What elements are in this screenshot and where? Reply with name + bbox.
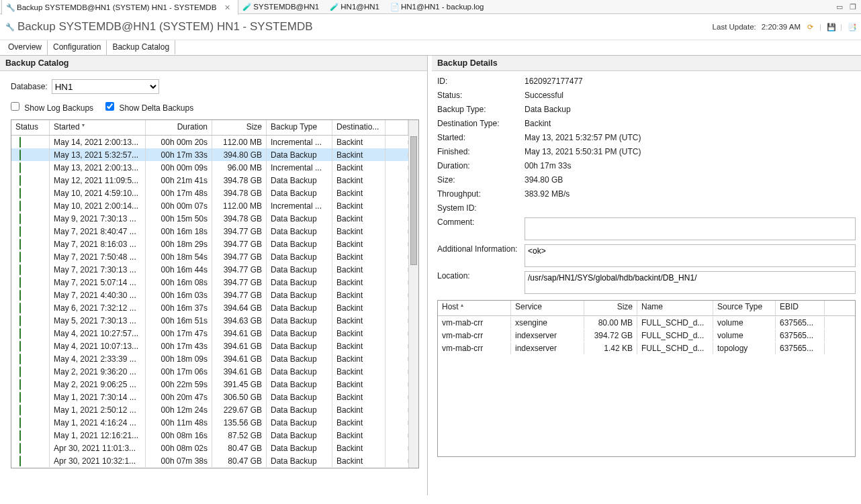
editor-tab[interactable]: 🧪SYSTEMDB@HN1 xyxy=(238,0,326,14)
status-dot-icon xyxy=(19,430,21,441)
page-title: Backup SYSTEMDB@HN1 (SYSTEM) HN1 - SYSTE… xyxy=(17,20,313,34)
type-value: Data Backup xyxy=(525,105,856,114)
status-dot-icon xyxy=(19,162,21,173)
database-select[interactable]: HN1 xyxy=(52,79,159,94)
table-row[interactable]: May 7, 2021 8:16:03 ...00h 18m 29s394.77… xyxy=(11,238,408,250)
tab-icon: 🧪 xyxy=(330,3,338,11)
thr-value: 383.92 MB/s xyxy=(525,189,856,199)
col-destination[interactable]: Destinatio... xyxy=(332,120,386,135)
sub-tab[interactable]: Configuration xyxy=(48,40,107,55)
table-row[interactable]: May 7, 2021 7:30:13 ...00h 16m 44s394.77… xyxy=(11,263,408,276)
status-dot-icon xyxy=(19,264,21,275)
table-row[interactable]: May 4, 2021 2:33:39 ...00h 18m 09s394.61… xyxy=(11,352,408,365)
table-row[interactable]: May 2, 2021 9:36:20 ...00h 17m 06s394.61… xyxy=(11,365,408,378)
table-row[interactable]: May 10, 2021 2:00:14...00h 00m 07s112.00… xyxy=(11,199,408,212)
service-grid[interactable]: Host ▴ Service Size Name Source Type EBI… xyxy=(437,300,856,457)
comment-field[interactable] xyxy=(525,217,856,240)
refresh-icon[interactable]: ⟳ xyxy=(806,23,814,31)
table-row[interactable]: vm-mab-crrindexserver394.72 GBFULL_SCHD_… xyxy=(438,329,855,342)
maximize-icon[interactable]: ❐ xyxy=(849,3,857,11)
table-row[interactable]: May 14, 2021 2:00:13...00h 00m 20s112.00… xyxy=(11,136,408,148)
svc-col-service[interactable]: Service xyxy=(511,301,584,315)
table-row[interactable]: May 10, 2021 4:59:10...00h 17m 48s394.78… xyxy=(11,187,408,199)
save-icon[interactable]: 💾 xyxy=(827,23,835,31)
col-duration[interactable]: Duration xyxy=(146,120,212,135)
close-icon[interactable]: ✕ xyxy=(223,3,231,11)
show-log-checkbox[interactable]: Show Log Backups xyxy=(11,102,93,113)
table-row[interactable]: vm-mab-crrindexserver1.42 KBFULL_SCHD_d.… xyxy=(438,342,855,354)
table-row[interactable]: May 1, 2021 4:16:24 ...00h 11m 48s135.56… xyxy=(11,416,408,429)
table-row[interactable]: May 1, 2021 7:30:14 ...00h 20m 47s306.50… xyxy=(11,391,408,403)
svc-col-size[interactable]: Size xyxy=(584,301,637,315)
status-dot-icon xyxy=(19,405,21,415)
editor-tab[interactable]: 🔧Backup SYSTEMDB@HN1 (SYSTEM) HN1 - SYST… xyxy=(1,0,238,15)
status-dot-icon xyxy=(19,137,21,148)
last-update-label: Last Update: xyxy=(713,23,756,31)
status-dot-icon xyxy=(19,354,21,364)
editor-tab[interactable]: 📄HN1@HN1 - backup.log xyxy=(386,0,491,14)
svc-col-srctype[interactable]: Source Type xyxy=(713,301,776,315)
table-row[interactable]: May 7, 2021 8:40:47 ...00h 16m 18s394.77… xyxy=(11,225,408,238)
svc-col-host[interactable]: Host ▴ xyxy=(438,301,511,315)
sub-tab[interactable]: Overview xyxy=(3,40,48,55)
status-dot-icon xyxy=(19,239,21,250)
status-dot-icon xyxy=(19,277,21,288)
start-value: May 13, 2021 5:32:57 PM (UTC) xyxy=(525,133,856,142)
status-value: Successful xyxy=(525,91,856,100)
backup-icon: 🔧 xyxy=(5,23,13,31)
table-row[interactable]: May 9, 2021 7:30:13 ...00h 15m 50s394.78… xyxy=(11,212,408,225)
sub-tab[interactable]: Backup Catalog xyxy=(107,40,175,55)
fin-value: May 13, 2021 5:50:31 PM (UTC) xyxy=(525,147,856,156)
status-label: Status: xyxy=(437,91,525,100)
catalog-grid[interactable]: Status Started ▾ Duration Size Backup Ty… xyxy=(11,119,419,468)
table-row[interactable]: vm-mab-crrxsengine80.00 MBFULL_SCHD_d...… xyxy=(438,316,855,329)
col-size[interactable]: Size xyxy=(212,120,267,135)
page-title-bar: 🔧 Backup SYSTEMDB@HN1 (SYSTEM) HN1 - SYS… xyxy=(0,14,861,40)
addinfo-field[interactable] xyxy=(525,244,856,267)
catalog-header: Backup Catalog xyxy=(0,56,427,71)
status-dot-icon xyxy=(19,175,21,186)
table-row[interactable]: May 1, 2021 12:16:21...00h 08m 16s87.52 … xyxy=(11,429,408,442)
table-row[interactable]: Apr 30, 2021 10:32:1...00h 07m 38s80.47 … xyxy=(11,454,408,467)
table-row[interactable]: May 1, 2021 2:50:12 ...00h 12m 24s229.67… xyxy=(11,403,408,416)
status-dot-icon xyxy=(19,188,21,199)
dest-value: Backint xyxy=(525,119,856,128)
table-row[interactable]: May 7, 2021 4:40:30 ...00h 16m 03s394.77… xyxy=(11,289,408,301)
tab-icon: 📄 xyxy=(390,3,398,11)
catalog-scrollbar[interactable] xyxy=(408,120,418,468)
minimize-icon[interactable]: ▭ xyxy=(835,3,844,11)
table-row[interactable]: May 2, 2021 9:06:25 ...00h 22m 59s391.45… xyxy=(11,378,408,391)
svc-col-name[interactable]: Name xyxy=(637,301,713,315)
table-row[interactable]: May 7, 2021 7:50:48 ...00h 18m 54s394.77… xyxy=(11,250,408,263)
table-row[interactable]: May 7, 2021 5:07:14 ...00h 16m 08s394.77… xyxy=(11,276,408,289)
editor-tab[interactable]: 🧪HN1@HN1 xyxy=(326,0,386,14)
col-started[interactable]: Started ▾ xyxy=(50,120,146,135)
table-row[interactable]: May 12, 2021 11:09:5...00h 21m 41s394.78… xyxy=(11,174,408,187)
table-row[interactable]: May 5, 2021 7:30:13 ...00h 16m 51s394.63… xyxy=(11,314,408,327)
table-row[interactable]: May 4, 2021 10:07:13...00h 17m 43s394.61… xyxy=(11,340,408,352)
id-value: 1620927177477 xyxy=(525,77,856,86)
status-dot-icon xyxy=(19,456,21,466)
id-label: ID: xyxy=(437,77,525,86)
show-delta-checkbox[interactable]: Show Delta Backups xyxy=(105,102,193,113)
details-header: Backup Details xyxy=(432,56,861,71)
table-row[interactable]: May 13, 2021 5:32:57...00h 17m 33s394.80… xyxy=(11,148,408,161)
props-icon[interactable]: 📑 xyxy=(848,23,856,31)
status-dot-icon xyxy=(19,443,21,454)
svc-col-ebid[interactable]: EBID xyxy=(776,301,825,315)
com-label: Comment: xyxy=(437,217,525,227)
col-status[interactable]: Status xyxy=(11,120,50,135)
status-dot-icon xyxy=(19,315,21,326)
table-row[interactable]: Apr 30, 2021 11:01:3...00h 08m 02s80.47 … xyxy=(11,442,408,454)
start-label: Started: xyxy=(437,133,525,142)
sub-tab-bar: OverviewConfigurationBackup Catalog xyxy=(0,40,861,56)
type-label: Backup Type: xyxy=(437,105,525,114)
table-row[interactable]: May 4, 2021 10:27:57...00h 17m 47s394.61… xyxy=(11,327,408,340)
status-dot-icon xyxy=(19,226,21,237)
status-dot-icon xyxy=(19,290,21,301)
status-dot-icon xyxy=(19,201,21,211)
table-row[interactable]: May 6, 2021 7:32:12 ...00h 16m 37s394.64… xyxy=(11,301,408,314)
location-field[interactable] xyxy=(525,271,856,294)
col-type[interactable]: Backup Type xyxy=(267,120,332,135)
table-row[interactable]: May 13, 2021 2:00:13...00h 00m 09s96.00 … xyxy=(11,161,408,174)
